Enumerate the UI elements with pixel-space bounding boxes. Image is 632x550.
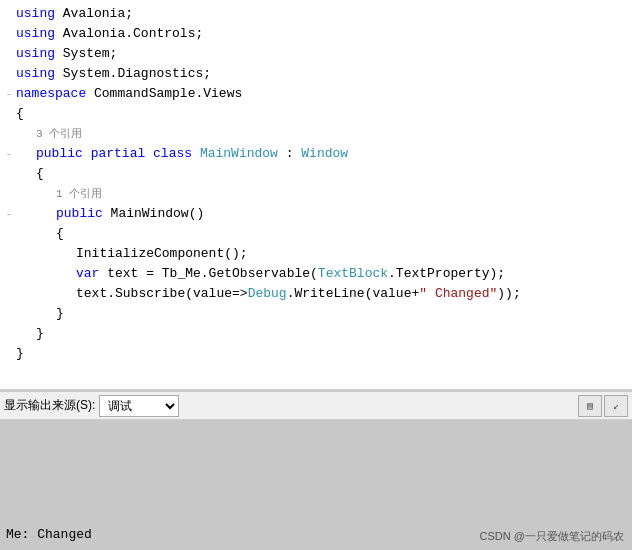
line-content: { — [16, 104, 630, 124]
code-line: -public partial class MainWindow : Windo… — [0, 144, 632, 164]
code-line: { — [0, 164, 632, 184]
line-content: using Avalonia.Controls; — [16, 24, 630, 44]
line-content: { — [16, 224, 630, 244]
code-line: 1 个引用 — [0, 184, 632, 204]
code-line: } — [0, 324, 632, 344]
line-content: using Avalonia; — [16, 4, 630, 24]
code-line: using System.Diagnostics; — [0, 64, 632, 84]
output-area: Me: Changed CSDN @一只爱做笔记的码农 — [0, 420, 632, 550]
line-content: 3 个引用 — [16, 124, 630, 144]
code-line: -namespace CommandSample.Views — [0, 84, 632, 104]
code-line: { — [0, 224, 632, 244]
toolbar-button-1[interactable]: ▤ — [578, 395, 602, 417]
line-content: } — [16, 344, 630, 364]
line-content: public MainWindow() — [16, 204, 630, 224]
code-line: } — [0, 344, 632, 364]
line-content: 1 个引用 — [16, 184, 630, 204]
code-area: using Avalonia;using Avalonia.Controls;u… — [0, 0, 632, 390]
line-content: namespace CommandSample.Views — [16, 84, 630, 104]
line-content: text.Subscribe(value=>Debug.WriteLine(va… — [16, 284, 630, 304]
output-source-label: 显示输出来源(S): — [4, 397, 95, 414]
line-content: { — [16, 164, 630, 184]
line-gutter: - — [2, 204, 16, 224]
code-line: var text = Tb_Me.GetObservable(TextBlock… — [0, 264, 632, 284]
bottom-panel: 显示输出来源(S): 调试 ▤ ↙ Me: Changed CSDN @一只爱做… — [0, 390, 632, 550]
output-toolbar: 显示输出来源(S): 调试 ▤ ↙ — [0, 392, 632, 420]
line-content: public partial class MainWindow : Window — [16, 144, 630, 164]
code-line: } — [0, 304, 632, 324]
line-gutter: - — [2, 144, 16, 164]
output-source-dropdown[interactable]: 调试 — [99, 395, 179, 417]
line-content: InitializeComponent(); — [16, 244, 630, 264]
line-content: var text = Tb_Me.GetObservable(TextBlock… — [16, 264, 630, 284]
code-line: { — [0, 104, 632, 124]
code-line: using Avalonia; — [0, 4, 632, 24]
code-line: using System; — [0, 44, 632, 64]
line-content: } — [16, 324, 630, 344]
line-gutter: - — [2, 84, 16, 104]
output-text: Me: Changed — [6, 527, 92, 542]
code-line: InitializeComponent(); — [0, 244, 632, 264]
toolbar-button-2[interactable]: ↙ — [604, 395, 628, 417]
line-content: using System; — [16, 44, 630, 64]
line-content: } — [16, 304, 630, 324]
code-line: -public MainWindow() — [0, 204, 632, 224]
code-line: text.Subscribe(value=>Debug.WriteLine(va… — [0, 284, 632, 304]
watermark: CSDN @一只爱做笔记的码农 — [480, 529, 624, 544]
code-line: using Avalonia.Controls; — [0, 24, 632, 44]
code-editor: using Avalonia;using Avalonia.Controls;u… — [0, 0, 632, 550]
line-content: using System.Diagnostics; — [16, 64, 630, 84]
code-line: 3 个引用 — [0, 124, 632, 144]
